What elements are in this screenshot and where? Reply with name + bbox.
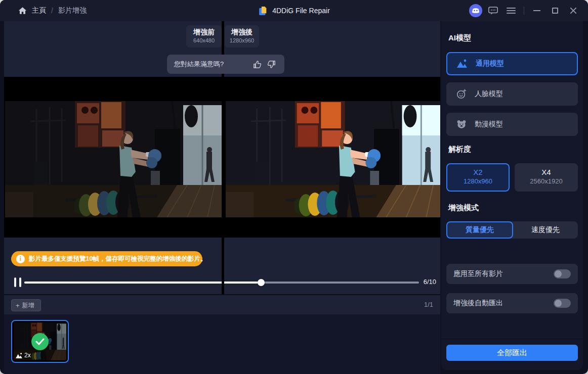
app-title-area: 4DDiG File Repair (258, 6, 330, 16)
frame-counter: 6/10 (424, 278, 436, 286)
before-label-tab: 增強前 640x480 (186, 25, 222, 48)
enhance-mode-heading: 增強模式 (448, 203, 479, 213)
resolution-option-x4[interactable]: X4 2560x1920 (515, 163, 578, 192)
auto-export-row[interactable]: 增強後自動匯出 (446, 293, 578, 313)
plus-icon: + (16, 302, 20, 309)
auto-export-label: 增強後自動匯出 (453, 299, 554, 308)
model-option-label: 動漫模型 (475, 120, 503, 129)
after-label-tab: 增強後 1280x960 (225, 25, 259, 48)
auto-export-toggle[interactable] (554, 299, 571, 308)
model-option-anime[interactable]: 動漫模型 (446, 113, 578, 136)
close-button[interactable] (566, 3, 581, 18)
thumbnail-strip: 2x (4, 314, 440, 374)
home-icon[interactable] (18, 7, 27, 15)
model-option-label: 人臉模型 (475, 89, 503, 99)
resolution-label: X2 (447, 168, 509, 176)
mode-option-speed[interactable]: 速度優先 (513, 221, 578, 239)
titlebar-divider (524, 7, 524, 15)
mode-option-quality[interactable]: 質量優先 (446, 221, 513, 239)
settings-sidebar: AI模型 通用模型 人臉模型 動漫模型 解析度 X2 1280x960 X4 2… (441, 21, 583, 370)
thumbs-down-icon[interactable] (265, 58, 277, 70)
resolution-heading: 解析度 (448, 145, 471, 154)
anime-bear-icon (456, 120, 467, 129)
breadcrumb: 主頁 / 影片增強 (0, 6, 87, 15)
scale-tag: 2x (16, 352, 31, 359)
add-file-button[interactable]: + 新增 (11, 299, 41, 311)
resolution-size: 1280x960 (447, 177, 509, 185)
add-file-label: 新增 (22, 301, 34, 310)
resolution-size: 2560x1920 (515, 177, 578, 185)
breadcrumb-separator: / (51, 7, 53, 15)
model-option-face[interactable]: 人臉模型 (446, 82, 578, 106)
breadcrumb-home[interactable]: 主頁 (32, 6, 46, 15)
app-title: 4DDiG File Repair (272, 7, 330, 15)
preview-notice: i 影片最多僅支援預覽10幀，儲存即可檢視完整的增強後的影片。 (11, 251, 202, 266)
face-icon (456, 89, 467, 99)
feedback-question: 您對結果滿意嗎? (174, 60, 249, 69)
enhance-mode-segmented: 質量優先 速度優先 (446, 221, 578, 239)
feedback-toast: 您對結果滿意嗎? (167, 55, 284, 74)
minimize-button[interactable] (529, 3, 544, 18)
before-label: 增強前 (186, 28, 222, 37)
before-resolution: 640x480 (186, 37, 222, 43)
apply-all-label: 應用至所有影片 (453, 269, 554, 278)
player-progress-fill (24, 282, 261, 284)
resolution-option-x2[interactable]: X2 1280x960 (446, 163, 510, 192)
main-area: 增強前 640x480 增強後 1280x960 您對結果滿意嗎? i 影片最多… (4, 21, 440, 374)
ai-model-heading: AI模型 (448, 33, 471, 43)
apply-all-toggle[interactable] (554, 269, 571, 278)
notice-text: 影片最多僅支援預覽10幀，儲存即可檢視完整的增強後的影片。 (29, 255, 206, 263)
model-option-label: 通用模型 (476, 59, 504, 68)
export-all-button[interactable]: 全部匯出 (446, 345, 578, 361)
after-resolution: 1280x960 (225, 37, 259, 43)
player-progress-knob[interactable] (258, 279, 265, 286)
scale-label: 2x (24, 352, 31, 359)
page-indicator: 1/1 (424, 301, 433, 308)
resolution-label: X4 (515, 168, 578, 176)
app-logo-icon (258, 6, 268, 16)
image-icon (456, 59, 468, 68)
model-option-general[interactable]: 通用模型 (446, 52, 578, 75)
breadcrumb-current: 影片增強 (58, 6, 87, 15)
file-list-bar: + 新增 1/1 (4, 294, 440, 314)
maximize-button[interactable] (548, 3, 563, 18)
sidebar-divider (441, 339, 583, 339)
discord-icon[interactable] (469, 4, 482, 17)
info-icon: i (16, 255, 25, 263)
feedback-chat-icon[interactable] (485, 3, 500, 18)
apply-all-row[interactable]: 應用至所有影片 (446, 264, 578, 284)
titlebar-controls (469, 3, 581, 18)
video-thumbnail[interactable]: 2x (11, 320, 69, 363)
done-check-icon (31, 333, 49, 350)
thumbs-up-icon[interactable] (251, 58, 263, 70)
video-frame-after[interactable] (226, 101, 440, 217)
after-label: 增強後 (225, 28, 259, 37)
app-window: 主頁 / 影片增強 4DDiG File Repair (0, 0, 588, 374)
ai-model-icon (16, 353, 22, 358)
titlebar: 主頁 / 影片增強 4DDiG File Repair (0, 0, 588, 21)
menu-icon[interactable] (503, 3, 519, 18)
pause-button[interactable] (12, 277, 24, 288)
video-frame-before[interactable] (5, 101, 222, 217)
